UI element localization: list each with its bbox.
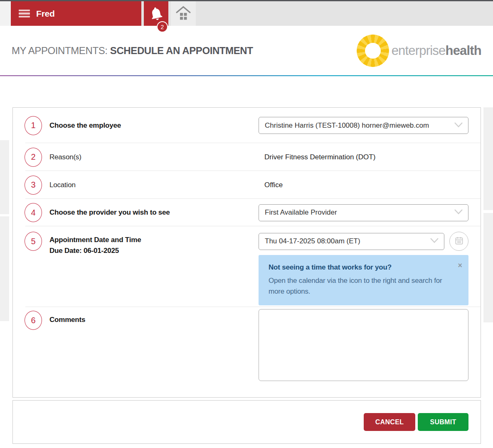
step-number-circle: 1 [25, 116, 42, 135]
notifications-tab[interactable]: 2 [144, 1, 168, 26]
form-row-location: 3 Location Office [13, 171, 481, 199]
home-tab[interactable] [171, 1, 196, 26]
alert-title: Not seeing a time that works for you? [269, 263, 452, 272]
topbar-left-pad [0, 1, 11, 26]
page-title-prefix: MY APPOINTMENTS: [12, 45, 108, 56]
step-number-circle: 6 [25, 311, 42, 330]
row-label: Comments [49, 316, 85, 324]
row-label: Location [49, 181, 76, 189]
background-panel [0, 140, 9, 214]
calendar-icon [454, 236, 464, 247]
step-number-circle: 3 [25, 176, 42, 195]
row-label-area: 2 Reason(s) [13, 143, 259, 171]
home-icon [175, 5, 192, 22]
employee-select-value: Christine Harris (TEST-10008) horner@mie… [265, 121, 429, 130]
location-value: Office [259, 181, 283, 189]
reasons-value: Driver Fitness Determination (DOT) [259, 153, 375, 161]
bell-icon [147, 5, 165, 22]
background-panel [0, 216, 9, 321]
notification-count-badge: 2 [157, 21, 168, 32]
step-number-circle: 2 [25, 148, 42, 167]
top-tab-bar: Fred 2 [0, 0, 493, 26]
background-panel [483, 107, 493, 210]
hamburger-menu-icon[interactable] [19, 10, 30, 18]
sunburst-logo-icon [357, 35, 389, 67]
close-icon[interactable]: × [458, 262, 462, 269]
logo-text-light: enterprise [392, 43, 446, 58]
chevron-down-icon [430, 237, 439, 245]
logo-wordmark: enterprisehealth [392, 43, 481, 58]
schedule-appointment-form: 1 Choose the employee Christine Harris (… [12, 107, 481, 398]
menu-tab-fred[interactable]: Fred [11, 1, 141, 26]
employee-select[interactable]: Christine Harris (TEST-10008) horner@mie… [259, 117, 468, 134]
form-row-comments: 6 Comments [13, 307, 481, 397]
row-label: Reason(s) [49, 153, 81, 161]
step-number-circle: 5 [25, 232, 42, 251]
form-row-choose-provider: 4 Choose the provider you wish to see Fi… [13, 199, 481, 226]
row-label-area: 1 Choose the employee [13, 108, 259, 143]
provider-select-value: First Available Provider [265, 208, 337, 217]
provider-select[interactable]: First Available Provider [259, 204, 468, 221]
form-row-appointment-datetime: 5 Appointment Date and Time Due Date: 06… [13, 226, 481, 307]
page-header: MY APPOINTMENTS: SCHEDULE AN APPOINTMENT… [0, 26, 493, 75]
alert-body: Open the calendar via the icon to the ri… [269, 275, 452, 297]
row-label-area: 3 Location [13, 171, 259, 199]
row-label: Appointment Date and Time [49, 235, 141, 245]
row-label: Choose the employee [49, 121, 121, 130]
comments-textarea[interactable] [259, 309, 468, 381]
user-name-label: Fred [36, 9, 55, 19]
row-label-area: 6 Comments [13, 307, 259, 397]
form-row-choose-employee: 1 Choose the employee Christine Harris (… [13, 108, 481, 143]
chevron-down-icon [454, 121, 463, 130]
submit-button[interactable]: SUBMIT [418, 413, 468, 431]
logo-text-bold: health [446, 43, 482, 58]
page-title-main: SCHEDULE AN APPOINTMENT [110, 45, 253, 56]
datetime-select[interactable]: Thu 04-17-2025 08:00am (ET) [259, 233, 444, 250]
due-date-label: Due Date: 06-01-2025 [49, 245, 141, 256]
form-actions-bar: CANCEL SUBMIT [12, 400, 481, 444]
cancel-button[interactable]: CANCEL [364, 413, 415, 431]
page-title: MY APPOINTMENTS: SCHEDULE AN APPOINTMENT [12, 45, 253, 57]
chevron-down-icon [454, 208, 463, 217]
step-number-circle: 4 [25, 203, 42, 222]
background-panel [483, 213, 493, 322]
row-label-area: 4 Choose the provider you wish to see [13, 199, 259, 226]
enterprise-health-logo: enterprisehealth [357, 35, 481, 67]
open-calendar-button[interactable] [449, 232, 468, 251]
time-help-alert: Not seeing a time that works for you? Op… [259, 255, 468, 305]
row-label: Choose the provider you wish to see [49, 208, 170, 217]
datetime-select-value: Thu 04-17-2025 08:00am (ET) [265, 237, 360, 245]
header-gradient-divider [0, 75, 493, 76]
row-label-area: 5 Appointment Date and Time Due Date: 06… [13, 226, 259, 307]
form-row-reasons: 2 Reason(s) Driver Fitness Determination… [13, 143, 481, 171]
